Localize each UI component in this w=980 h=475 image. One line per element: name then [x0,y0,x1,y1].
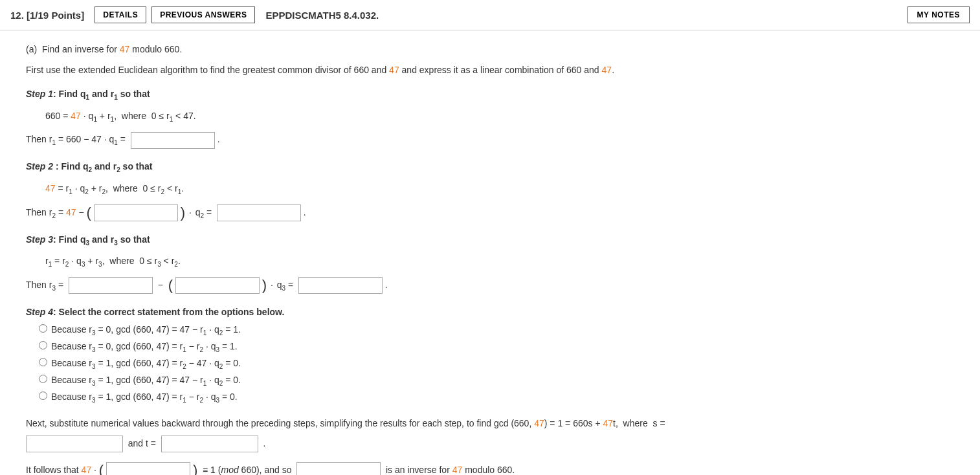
radio-option-4[interactable]: Because r3 = 1, gcd (660, 47) = 47 − r1 … [39,373,751,387]
step2-input2[interactable] [217,204,301,221]
step1-heading: Step 1: Find q1 and r1 so that [26,87,751,103]
step3-then: Then r3 = − ( ) · q3 = . [26,275,751,296]
step3-input2[interactable] [175,277,260,294]
t-input[interactable] [161,436,258,452]
radio-option-2[interactable]: Because r3 = 0, gcd (660, 47) = r1 − r2 … [39,340,751,353]
question-number: 12. [1/19 Points] [10,10,84,21]
part-label: (a) [26,44,37,54]
radio-option-3[interactable]: Because r3 = 1, gcd (660, 47) = r2 − 47 … [39,357,751,370]
previous-answers-button[interactable]: PREVIOUS ANSWERS [151,6,255,23]
step3-input1[interactable] [69,277,153,294]
details-button[interactable]: DETAILS [95,6,146,23]
follows-input2[interactable] [296,462,381,475]
radio-input-3[interactable] [39,358,47,366]
step2-input1[interactable] [94,204,178,221]
radio-label-2: Because r3 = 0, gcd (660, 47) = r1 − r2 … [51,341,238,353]
radio-label-3: Because r3 = 1, gcd (660, 47) = r2 − 47 … [51,358,241,370]
radio-input-5[interactable] [39,392,47,400]
my-notes-button[interactable]: MY NOTES [908,6,970,23]
radio-label-4: Because r3 = 1, gcd (660, 47) = 47 − r1 … [51,375,241,387]
final-section: Next, substitute numerical values backwa… [26,414,751,454]
step2-equation: 47 = r1 · q2 + r2, where 0 ≤ r2 < r1. [45,179,751,199]
radio-input-4[interactable] [39,375,47,383]
step2-heading: Step 2 : Find q2 and r2 so that [26,159,751,175]
step3-heading: Step 3: Find q3 and r3 so that [26,232,751,249]
step3-equation: r1 = r2 · q3 + r3, where 0 ≤ r3 < r2. [45,252,751,271]
description-text: First use the extended Euclidean algorit… [26,63,751,77]
problem-code: EPPDISCMATH5 8.4.032. [265,10,379,21]
step1-equation: 660 = 47 · q1 + r1, where 0 ≤ r1 < 47. [45,107,751,126]
radio-option-5[interactable]: Because r3 = 1, gcd (660, 47) = r1 − r2 … [39,390,751,404]
radio-input-2[interactable] [39,341,47,349]
radio-input-1[interactable] [39,324,47,333]
radio-option-1[interactable]: Because r3 = 0, gcd (660, 47) = 47 − r1 … [39,323,751,337]
step3-input3[interactable] [298,277,383,294]
s-input[interactable] [26,436,123,452]
radio-label-1: Because r3 = 0, gcd (660, 47) = 47 − r1 … [51,324,241,337]
radio-label-5: Because r3 = 1, gcd (660, 47) = r1 − r2 … [51,392,238,404]
step4-heading: Step 4: Select the correct statement fro… [26,305,751,319]
follows-line: It follows that 47 · ( ) ≡ 1 (mod 660), … [26,460,751,475]
intro-text: Find an inverse for 47 modulo 660. [42,44,182,54]
step2-then: Then r2 = 47 − ( ) · q2 = . [26,203,751,223]
step1-then: Then r1 = 660 − 47 · q1 = . [26,129,751,150]
step1-input[interactable] [131,132,215,149]
follows-input1[interactable] [106,462,190,475]
